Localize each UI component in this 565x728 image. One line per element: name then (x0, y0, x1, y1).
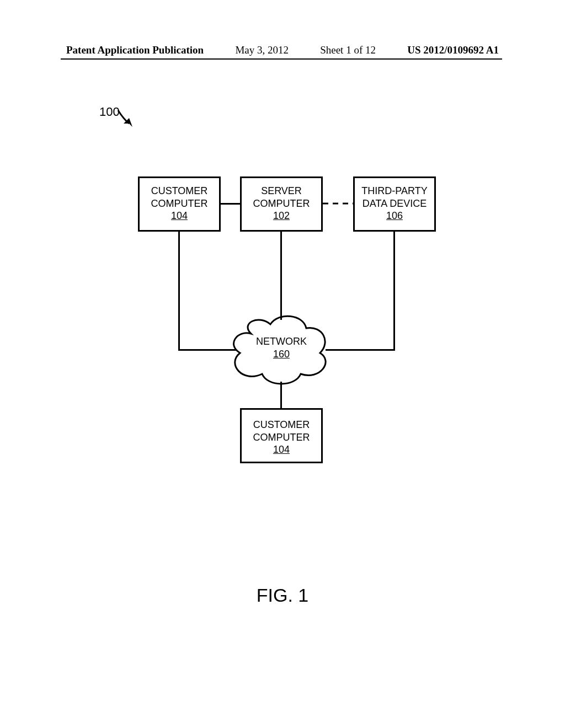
page-header: Patent Application Publication May 3, 20… (0, 44, 565, 56)
connector-line (326, 349, 395, 351)
connector-line (178, 349, 236, 351)
box-ref: 104 (140, 210, 219, 222)
connector-line (178, 232, 180, 350)
header-left: Patent Application Publication (66, 44, 204, 56)
connector-line (221, 203, 240, 205)
box-ref: 106 (355, 210, 434, 222)
box-customer-top: CUSTOMER COMPUTER 104 (138, 176, 221, 232)
box-third-party: THIRD-PARTY DATA DEVICE 106 (353, 176, 436, 232)
box-ref: 104 (242, 443, 321, 456)
box-line: COMPUTER (140, 197, 219, 210)
cloud-label: NETWORK (229, 335, 334, 348)
box-ref: 102 (242, 210, 321, 222)
cloud-ref: 160 (229, 348, 334, 361)
box-line: COMPUTER (242, 431, 321, 444)
box-line: THIRD-PARTY (355, 185, 434, 197)
figure-caption: FIG. 1 (0, 585, 565, 606)
connector-dashed-line (323, 202, 353, 205)
box-line: SERVER (242, 185, 321, 197)
ref-100-arrow-icon (117, 109, 139, 131)
box-line: DATA DEVICE (355, 197, 434, 210)
header-pubno: US 2012/0109692 A1 (407, 44, 499, 56)
box-line: COMPUTER (242, 197, 321, 210)
box-line: CUSTOMER (242, 419, 321, 431)
header-rule (61, 58, 502, 60)
diagram-area: CUSTOMER COMPUTER 104 SERVER COMPUTER 10… (132, 176, 441, 485)
header-date: May 3, 2012 (235, 44, 289, 56)
network-cloud-label-group: NETWORK 160 (229, 335, 334, 361)
box-server: SERVER COMPUTER 102 (240, 176, 323, 232)
connector-line (280, 232, 282, 320)
connector-line (280, 382, 282, 408)
connector-line (393, 232, 395, 350)
box-customer-bottom: CUSTOMER COMPUTER 104 (240, 408, 323, 463)
box-line: CUSTOMER (140, 185, 219, 197)
header-sheet: Sheet 1 of 12 (320, 44, 376, 56)
